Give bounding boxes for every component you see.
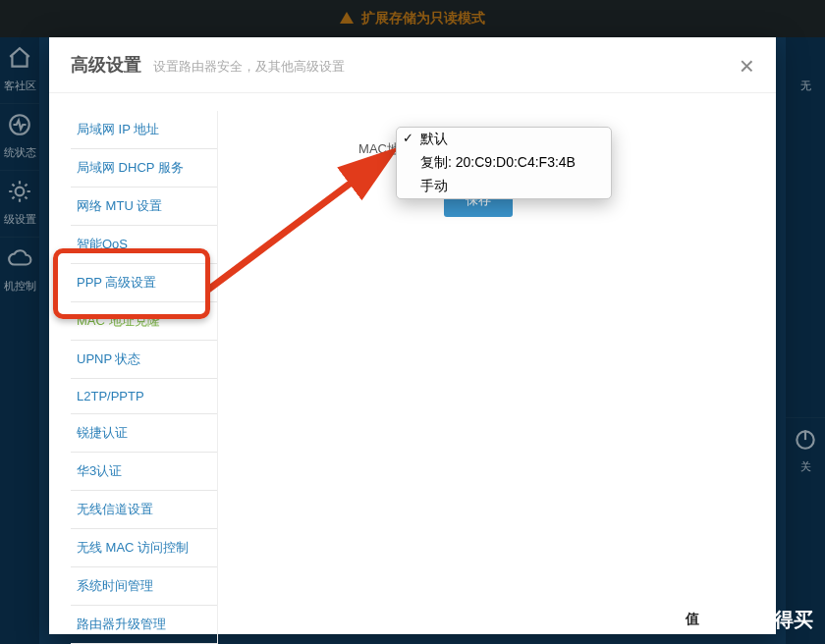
dropdown-option-1[interactable]: 复制: 20:C9:D0:C4:F3:4B: [397, 151, 611, 175]
watermark-badge: 值: [678, 605, 707, 634]
nav-item-9[interactable]: 华3认证: [71, 453, 217, 491]
nav-item-1[interactable]: 局域网 DHCP 服务: [71, 149, 217, 188]
dropdown-option-2[interactable]: 手动: [397, 175, 611, 198]
nav-item-5[interactable]: MAC 地址克隆: [71, 302, 217, 341]
nav-item-0[interactable]: 局域网 IP 地址: [71, 111, 217, 149]
nav-item-13[interactable]: 路由器升级管理: [71, 606, 217, 644]
nav-item-11[interactable]: 无线 MAC 访问控制: [71, 529, 217, 567]
dropdown-option-0[interactable]: 默认: [397, 128, 611, 151]
nav-item-2[interactable]: 网络 MTU 设置: [71, 188, 217, 226]
watermark: 值 什么值得买: [678, 605, 813, 634]
nav-item-3[interactable]: 智能QoS: [71, 226, 217, 264]
modal-title: 高级设置: [71, 53, 141, 77]
nav-item-7[interactable]: L2TP/PPTP: [71, 379, 217, 414]
nav-item-12[interactable]: 系统时间管理: [71, 567, 217, 606]
nav-item-8[interactable]: 锐捷认证: [71, 414, 217, 453]
settings-nav: 局域网 IP 地址局域网 DHCP 服务网络 MTU 设置智能QoSPPP 高级…: [71, 111, 218, 644]
nav-item-10[interactable]: 无线信道设置: [71, 491, 217, 529]
nav-item-6[interactable]: UPNP 状态: [71, 341, 217, 379]
nav-item-4[interactable]: PPP 高级设置: [71, 264, 217, 302]
watermark-text: 什么值得买: [715, 607, 813, 633]
mac-clone-dropdown[interactable]: 默认复制: 20:C9:D0:C4:F3:4B手动: [396, 127, 612, 199]
modal-subtitle: 设置路由器安全，及其他高级设置: [153, 58, 345, 76]
modal-header: 高级设置 设置路由器安全，及其他高级设置 ×: [49, 37, 776, 93]
close-icon[interactable]: ×: [740, 53, 754, 79]
